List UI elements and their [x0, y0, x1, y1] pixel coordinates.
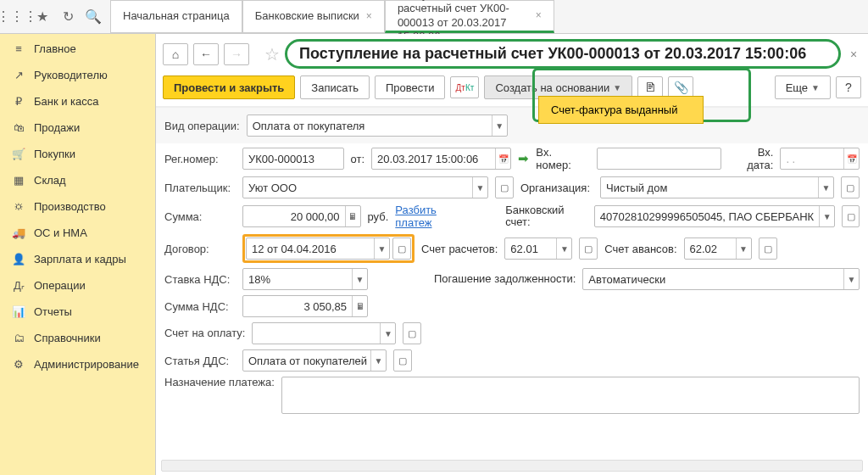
sum-input[interactable]: 20 000,00🖩: [242, 205, 361, 227]
tab-receipt[interactable]: Поступление на расчетный счет УК00-00001…: [385, 0, 554, 33]
calc-account-select[interactable]: 62.01▼: [504, 238, 572, 260]
calendar-icon[interactable]: 📅: [495, 148, 510, 169]
incoming-date-input[interactable]: . .📅: [780, 148, 860, 170]
chevron-down-icon[interactable]: ▼: [352, 269, 367, 289]
search-icon[interactable]: 🔍: [81, 5, 105, 29]
organization-select[interactable]: Чистый дом▼: [600, 176, 834, 198]
dtkt-icon: Дᵣ: [12, 279, 25, 292]
close-button[interactable]: ×: [846, 48, 861, 61]
reg-number-input[interactable]: УК00-000013: [242, 148, 344, 170]
chevron-down-icon[interactable]: ▼: [556, 238, 571, 259]
ruble-icon: ₽: [12, 95, 25, 108]
open-button[interactable]: ▢: [392, 238, 411, 260]
sidebar-item-operations[interactable]: ДᵣОперации: [0, 272, 155, 299]
contract-select[interactable]: 12 от 04.04.2016▼: [246, 238, 390, 260]
grid-icon: ▦: [12, 174, 25, 187]
sidebar: ≡Главное ↗Руководителю ₽Банк и касса 🛍Пр…: [0, 34, 156, 475]
posted-flag-icon: ➡: [518, 151, 529, 166]
settings-icon: ⚙: [12, 358, 25, 371]
more-button[interactable]: Еще ▼: [775, 75, 831, 99]
sidebar-item-salary[interactable]: 👤Зарплата и кадры: [0, 246, 155, 272]
advance-account-label: Счет авансов:: [604, 243, 676, 255]
dds-select[interactable]: Оплата от покупателей▼: [242, 349, 387, 372]
advance-account-select[interactable]: 62.02▼: [684, 238, 752, 260]
sidebar-item-catalogs[interactable]: 🗂Справочники: [0, 325, 155, 351]
sidebar-item-production[interactable]: ⛭Производство: [0, 193, 155, 220]
debt-repay-select[interactable]: Автоматически▼: [582, 268, 860, 290]
chevron-down-icon[interactable]: ▼: [819, 206, 834, 226]
tab-home[interactable]: Начальная страница: [110, 0, 242, 33]
open-button[interactable]: ▢: [393, 349, 412, 372]
sidebar-item-manager[interactable]: ↗Руководителю: [0, 62, 155, 88]
tab-bank[interactable]: Банковские выписки×: [242, 0, 385, 33]
open-button[interactable]: ▢: [841, 176, 860, 198]
bars-icon: 📊: [12, 305, 25, 318]
horizontal-scrollbar[interactable]: [161, 460, 863, 472]
star-icon[interactable]: ★: [31, 5, 54, 29]
close-icon[interactable]: ×: [536, 9, 542, 22]
truck-icon: 🚚: [12, 226, 25, 239]
bank-account-select[interactable]: 40702810299996505045, ПАО СБЕРБАНК▼: [594, 205, 835, 227]
sum-label: Сумма:: [164, 210, 236, 223]
tab-label: Банковские выписки: [255, 9, 359, 23]
open-button[interactable]: ▢: [579, 238, 598, 260]
page-title: Поступление на расчетный счет УК00-00001…: [285, 39, 841, 69]
home-button[interactable]: ⌂: [163, 43, 188, 65]
split-payment-link[interactable]: Разбить платеж: [395, 204, 471, 229]
chevron-down-icon: ▼: [613, 83, 621, 92]
purpose-textarea[interactable]: [281, 377, 860, 414]
post-button[interactable]: Провести: [375, 75, 446, 99]
vat-rate-label: Ставка НДС:: [164, 273, 236, 286]
chevron-down-icon[interactable]: ▼: [374, 238, 389, 259]
open-button[interactable]: ▢: [403, 322, 421, 344]
favorite-icon[interactable]: ☆: [264, 44, 280, 64]
currency-label: руб.: [368, 210, 389, 223]
vat-sum-input[interactable]: 3 050,85🖩: [242, 295, 368, 317]
payer-select[interactable]: Уют ООО▼: [242, 176, 488, 198]
open-button[interactable]: ▢: [842, 205, 860, 227]
sidebar-item-admin[interactable]: ⚙Администрирование: [0, 351, 155, 377]
tab-label: Начальная страница: [123, 9, 230, 23]
calculator-icon[interactable]: 🖩: [345, 206, 360, 226]
create-based-on-menu-item[interactable]: Счет-фактура выданный: [538, 96, 704, 124]
gear-icon: ⛭: [12, 200, 25, 213]
save-button[interactable]: Записать: [300, 75, 370, 99]
post-and-close-button[interactable]: Провести и закрыть: [163, 75, 295, 99]
chevron-down-icon[interactable]: ▼: [492, 115, 507, 136]
sidebar-item-purchases[interactable]: 🛒Покупки: [0, 141, 155, 167]
chevron-down-icon[interactable]: ▼: [472, 177, 487, 198]
sidebar-item-sales[interactable]: 🛍Продажи: [0, 115, 155, 141]
apps-icon[interactable]: ⋮⋮⋮: [5, 5, 29, 29]
chevron-down-icon[interactable]: ▼: [843, 269, 859, 289]
incoming-number-input[interactable]: [597, 148, 721, 170]
contract-label: Договор:: [164, 243, 236, 255]
chevron-down-icon[interactable]: ▼: [380, 323, 395, 344]
forward-button[interactable]: →: [224, 43, 249, 65]
open-button[interactable]: ▢: [495, 176, 514, 198]
calendar-icon[interactable]: 📅: [843, 148, 859, 169]
sidebar-item-main[interactable]: ≡Главное: [0, 36, 155, 62]
back-button[interactable]: ←: [193, 43, 219, 65]
close-icon[interactable]: ×: [366, 10, 372, 23]
calculator-icon[interactable]: 🖩: [352, 296, 367, 316]
chevron-down-icon[interactable]: ▼: [370, 350, 386, 371]
sidebar-item-bank[interactable]: ₽Банк и касса: [0, 88, 155, 115]
vat-rate-select[interactable]: 18%▼: [242, 268, 368, 290]
chevron-down-icon[interactable]: ▼: [818, 177, 833, 198]
date-from-label: от:: [351, 153, 365, 165]
sidebar-item-warehouse[interactable]: ▦Склад: [0, 167, 155, 193]
incoming-date-label: Вх. дата:: [728, 146, 773, 171]
sidebar-item-assets[interactable]: 🚚ОС и НМА: [0, 220, 155, 246]
dtkt-button[interactable]: ДтКт: [450, 76, 479, 98]
invoice-account-select[interactable]: ▼: [252, 322, 396, 344]
open-button[interactable]: ▢: [759, 238, 777, 260]
chevron-down-icon[interactable]: ▼: [736, 238, 751, 259]
cart-icon: 🛒: [12, 148, 25, 160]
history-icon[interactable]: ↻: [56, 5, 80, 29]
calc-account-label: Счет расчетов:: [421, 243, 498, 255]
help-button[interactable]: ?: [836, 76, 861, 98]
operation-type-select[interactable]: Оплата от покупателя▼: [247, 115, 508, 137]
bag-icon: 🛍: [12, 121, 25, 134]
date-input[interactable]: 20.03.2017 15:00:06📅: [371, 148, 511, 170]
sidebar-item-reports[interactable]: 📊Отчеты: [0, 299, 155, 325]
